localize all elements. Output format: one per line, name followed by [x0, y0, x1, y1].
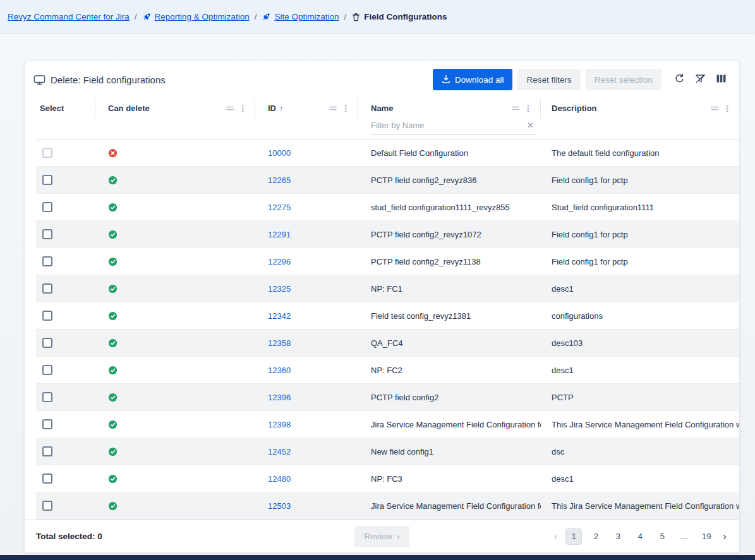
pagination-page-1[interactable]: 1 — [565, 528, 582, 545]
row-select-checkbox[interactable] — [42, 474, 52, 484]
row-select-checkbox[interactable] — [42, 419, 52, 429]
column-menu-icon[interactable]: ⋮ — [341, 104, 350, 113]
select-cell — [36, 392, 95, 402]
columns-icon — [716, 73, 727, 86]
row-id-link[interactable]: 12398 — [268, 420, 291, 429]
pagination-page-4[interactable]: 4 — [632, 528, 648, 545]
can-delete-cell — [95, 311, 255, 321]
id-cell: 12360 — [255, 366, 358, 375]
row-id-link[interactable]: 12452 — [268, 447, 291, 456]
row-name: NP: FC2 — [358, 366, 541, 375]
row-id-link[interactable]: 12503 — [268, 501, 291, 511]
can-delete-cell — [95, 447, 255, 456]
row-select-checkbox[interactable] — [42, 202, 52, 212]
can-delete-yes-icon — [108, 203, 118, 212]
header-can-delete-label: Can delete — [108, 104, 150, 113]
name-filter-input[interactable] — [371, 119, 525, 134]
breadcrumb-item-reporting: Reporting & Optimization — [142, 12, 250, 21]
select-cell — [36, 175, 95, 185]
clear-filters-button[interactable] — [692, 71, 708, 88]
breadcrumb-link-reporting[interactable]: Reporting & Optimization — [155, 12, 250, 21]
refresh-icon — [674, 73, 685, 86]
select-cell — [36, 283, 95, 294]
row-id-link[interactable]: 12325 — [268, 284, 291, 294]
row-name: PCTP field config2_revyz1072 — [358, 230, 541, 239]
table-row: 12275 stud_field configuration1111_revyz… — [36, 194, 739, 221]
select-cell — [36, 202, 95, 212]
row-description: desc1 — [541, 474, 739, 484]
row-name: New field config1 — [358, 447, 541, 456]
table-header: Select Can delete ⋮ ID ↑ ⋮ Name ⋮ — [36, 98, 739, 139]
sort-ascending-icon[interactable]: ↑ — [279, 104, 283, 113]
row-select-checkbox[interactable] — [42, 175, 52, 185]
table-row: 12265 PCTP field config2_revyz836 Field … — [36, 167, 739, 194]
total-selected-label: Total selected: — [36, 532, 95, 541]
toolbar-actions: Download all Reset filters Reset selecti… — [433, 69, 729, 90]
column-menu-icon[interactable]: ⋮ — [524, 104, 533, 113]
filter-bars-icon[interactable] — [226, 105, 234, 111]
row-select-checkbox[interactable] — [42, 392, 52, 402]
row-select-checkbox[interactable] — [42, 256, 52, 266]
can-delete-yes-icon — [108, 338, 118, 348]
table-row: 12503 Jira Service Management Field Conf… — [36, 492, 739, 520]
rocket-icon — [142, 12, 152, 21]
filter-bars-icon[interactable] — [329, 105, 337, 111]
rocket-icon — [262, 12, 271, 21]
pagination-page-2[interactable]: 2 — [588, 528, 604, 545]
can-delete-cell — [95, 338, 255, 348]
header-name-label: Name — [371, 104, 393, 113]
row-id-link[interactable]: 12396 — [268, 393, 291, 402]
breadcrumb-item-home: Revyz Command Center for Jira — [8, 12, 130, 21]
row-id-link[interactable]: 12275 — [268, 203, 291, 212]
row-description: PCTP — [541, 393, 739, 402]
breadcrumb-link-site-optimization[interactable]: Site Optimization — [274, 12, 339, 21]
row-select-checkbox[interactable] — [42, 501, 52, 511]
pagination-page-5[interactable]: 5 — [654, 528, 670, 545]
row-select-checkbox[interactable] — [42, 148, 52, 158]
breadcrumb-separator: / — [135, 12, 137, 21]
columns-button[interactable] — [713, 71, 729, 88]
select-cell — [36, 474, 95, 484]
row-id-link[interactable]: 12296 — [268, 257, 291, 266]
row-select-checkbox[interactable] — [42, 311, 52, 321]
row-id-link[interactable]: 12358 — [268, 338, 291, 348]
review-button[interactable]: Review › — [354, 526, 410, 547]
pagination-prev-button[interactable]: ‹ — [552, 530, 560, 543]
row-id-link[interactable]: 12342 — [268, 311, 291, 321]
row-select-checkbox[interactable] — [42, 283, 52, 294]
can-delete-cell — [95, 474, 255, 484]
can-delete-yes-icon — [108, 176, 118, 185]
column-menu-icon[interactable]: ⋮ — [238, 104, 247, 113]
header-id[interactable]: ID ↑ ⋮ — [255, 98, 358, 119]
column-menu-icon[interactable]: ⋮ — [723, 104, 732, 113]
row-select-checkbox[interactable] — [42, 229, 52, 239]
trash-icon — [351, 12, 361, 22]
download-all-button[interactable]: Download all — [433, 69, 512, 90]
reset-selection-button[interactable]: Reset selection — [586, 69, 661, 90]
row-select-checkbox[interactable] — [42, 365, 52, 375]
reset-filters-button[interactable]: Reset filters — [517, 69, 580, 90]
clear-filter-icon[interactable]: ✕ — [525, 121, 536, 133]
row-id-link[interactable]: 12291 — [268, 230, 291, 239]
pagination-page-3[interactable]: 3 — [610, 528, 626, 545]
row-id-link[interactable]: 12265 — [268, 176, 291, 185]
row-name: PCTP field config2_revyz1138 — [358, 257, 541, 266]
id-cell: 12325 — [255, 284, 358, 294]
panel-header: Delete: Field configurations Download al… — [25, 61, 739, 98]
row-id-link[interactable]: 12360 — [268, 366, 291, 375]
row-select-checkbox[interactable] — [42, 446, 52, 456]
download-icon — [442, 74, 450, 85]
filter-off-icon — [695, 73, 706, 86]
row-name: NP: FC3 — [358, 474, 541, 484]
filter-bars-icon[interactable] — [512, 105, 519, 111]
filter-bars-icon[interactable] — [711, 105, 718, 111]
pagination-next-button[interactable]: › — [720, 530, 729, 543]
row-id-link[interactable]: 12480 — [268, 474, 291, 484]
refresh-button[interactable] — [672, 71, 687, 88]
id-cell: 12291 — [255, 230, 358, 239]
row-select-checkbox[interactable] — [42, 338, 52, 348]
row-id-link[interactable]: 10000 — [268, 148, 291, 158]
can-delete-yes-icon — [108, 230, 118, 239]
breadcrumb-link-home[interactable]: Revyz Command Center for Jira — [8, 12, 130, 21]
pagination-page-19[interactable]: 19 — [698, 528, 715, 545]
